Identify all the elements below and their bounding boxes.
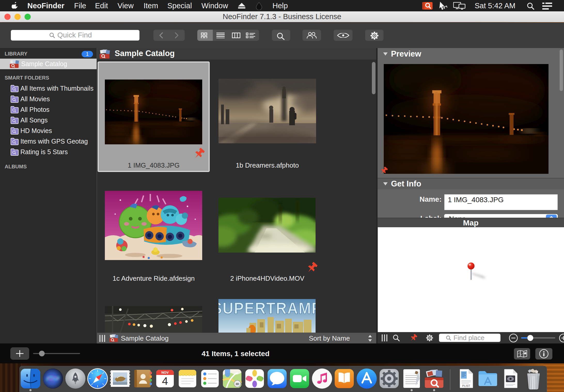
svg-text:3D: 3D [236, 382, 239, 386]
svg-text:4: 4 [162, 375, 168, 387]
svg-text:PLIST: PLIST [462, 384, 470, 387]
svg-text:NOV: NOV [161, 371, 169, 374]
svg-text:SUPERTRAMP: SUPERTRAMP [218, 299, 316, 317]
